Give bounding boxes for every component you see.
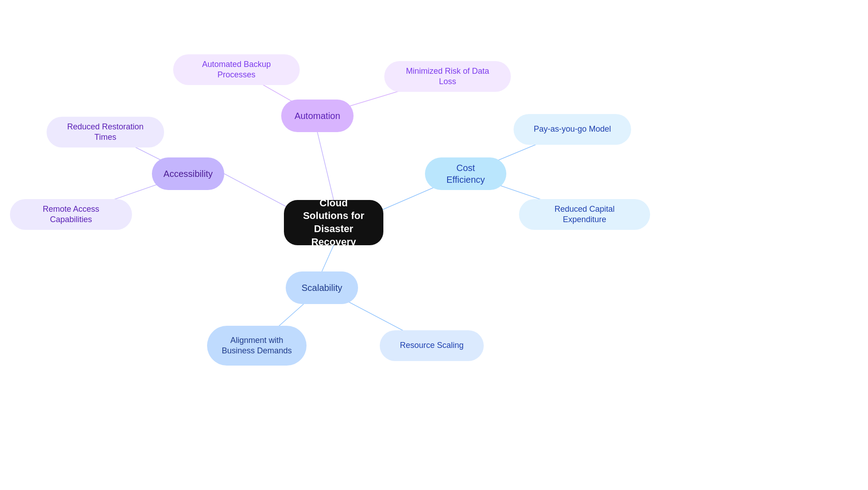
minimized-risk-node: Minimized Risk of Data Loss bbox=[384, 61, 511, 92]
cost-efficiency-node: Cost Efficiency bbox=[425, 157, 506, 190]
reduced-capital-node: Reduced Capital Expenditure bbox=[519, 199, 650, 230]
alignment-node: Alignment with Business Demands bbox=[207, 326, 307, 366]
svg-line-3 bbox=[322, 245, 334, 271]
resource-scaling-node: Resource Scaling bbox=[380, 330, 484, 361]
automation-node: Automation bbox=[281, 100, 354, 132]
accessibility-node: Accessibility bbox=[152, 157, 224, 190]
scalability-node: Scalability bbox=[286, 271, 358, 304]
center-node: Cloud Solutions for Disaster Recovery bbox=[284, 200, 383, 245]
reduced-restoration-node: Reduced Restoration Times bbox=[47, 117, 164, 147]
svg-line-0 bbox=[317, 132, 334, 200]
remote-access-node: Remote Access Capabilities bbox=[10, 199, 132, 230]
pay-as-you-go-node: Pay-as-you-go Model bbox=[514, 114, 631, 145]
automated-backup-node: Automated Backup Processes bbox=[173, 54, 300, 85]
